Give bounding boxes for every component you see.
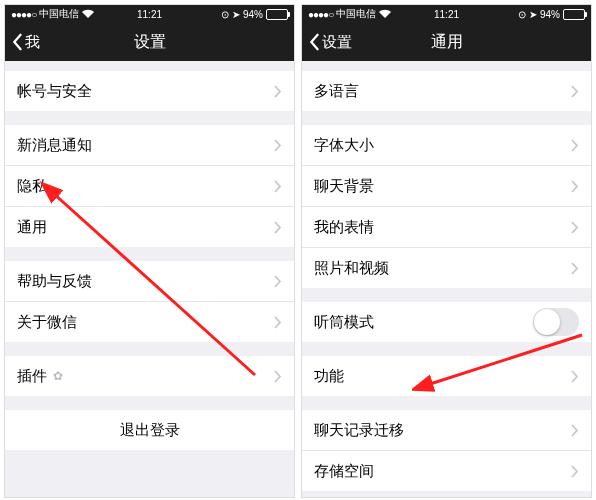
clock-label: 11:21 (434, 9, 459, 20)
cell-storage[interactable]: 存储空间 (302, 451, 591, 491)
chevron-right-icon (571, 180, 579, 193)
page-title: 通用 (431, 32, 463, 53)
chevron-right-icon (571, 139, 579, 152)
cell-font-size[interactable]: 字体大小 (302, 125, 591, 166)
cell-help-feedback[interactable]: 帮助与反馈 (5, 261, 294, 302)
cell-account-security[interactable]: 帐号与安全 (5, 71, 294, 111)
chevron-right-icon (571, 424, 579, 437)
cell-label: 存储空间 (314, 462, 374, 481)
cell-my-stickers[interactable]: 我的表情 (302, 207, 591, 248)
chevron-right-icon (274, 370, 282, 383)
clock-label: 11:21 (137, 9, 162, 20)
chevron-left-icon (308, 33, 320, 51)
cell-label: 隐私 (17, 177, 47, 196)
cell-privacy[interactable]: 隐私 (5, 166, 294, 207)
carrier-label: 中国电信 (39, 7, 79, 21)
general-screen: ●●●●○ 中国电信 11:21 ⊙ ➤ 94% 设置 通用 (301, 4, 592, 498)
status-bar: ●●●●○ 中国电信 11:21 ⊙ ➤ 94% (5, 5, 294, 23)
cell-label: 听筒模式 (314, 313, 374, 332)
back-button[interactable]: 设置 (302, 33, 352, 52)
alarm-icon: ⊙ (518, 9, 526, 20)
cell-label: 关于微信 (17, 313, 77, 332)
cell-label: 功能 (314, 367, 344, 386)
cell-chat-background[interactable]: 聊天背景 (302, 166, 591, 207)
logout-button[interactable]: 退出登录 (5, 410, 294, 450)
chevron-right-icon (571, 370, 579, 383)
status-bar: ●●●●○ 中国电信 11:21 ⊙ ➤ 94% (302, 5, 591, 23)
chevron-right-icon (274, 275, 282, 288)
cell-label: 聊天背景 (314, 177, 374, 196)
chevron-right-icon (571, 465, 579, 478)
nav-bar: 我 设置 (5, 23, 294, 61)
cell-features[interactable]: 功能 (302, 356, 591, 396)
cell-earpiece-mode[interactable]: 听筒模式 (302, 302, 591, 342)
battery-icon (266, 9, 288, 20)
cell-label: 聊天记录迁移 (314, 421, 404, 440)
wifi-icon (379, 9, 391, 20)
alarm-icon: ⊙ (221, 9, 229, 20)
chevron-right-icon (571, 85, 579, 98)
chevron-left-icon (11, 33, 23, 51)
back-label: 我 (25, 33, 40, 52)
signal-dots-icon: ●●●●○ (308, 9, 333, 20)
battery-icon (563, 9, 585, 20)
plugin-icon: ✿ (53, 369, 63, 383)
signal-dots-icon: ●●●●○ (11, 9, 36, 20)
back-label: 设置 (322, 33, 352, 52)
cell-about-wechat[interactable]: 关于微信 (5, 302, 294, 342)
chevron-right-icon (274, 180, 282, 193)
location-icon: ➤ (232, 9, 240, 20)
chevron-right-icon (274, 316, 282, 329)
page-title: 设置 (134, 32, 166, 53)
cell-label: 帮助与反馈 (17, 272, 92, 291)
cell-notifications[interactable]: 新消息通知 (5, 125, 294, 166)
cell-label: 帐号与安全 (17, 82, 92, 101)
cell-language[interactable]: 多语言 (302, 71, 591, 111)
battery-pct-label: 94% (540, 9, 560, 20)
chevron-right-icon (274, 85, 282, 98)
carrier-label: 中国电信 (336, 7, 376, 21)
logout-label: 退出登录 (120, 421, 180, 440)
cell-label: 字体大小 (314, 136, 374, 155)
cell-label: 新消息通知 (17, 136, 92, 155)
earpiece-toggle[interactable] (533, 308, 579, 336)
cell-label: 照片和视频 (314, 259, 389, 278)
chevron-right-icon (571, 262, 579, 275)
cell-label: 多语言 (314, 82, 359, 101)
wifi-icon (82, 9, 94, 20)
cell-general[interactable]: 通用 (5, 207, 294, 247)
back-button[interactable]: 我 (5, 33, 40, 52)
cell-photos-videos[interactable]: 照片和视频 (302, 248, 591, 288)
battery-pct-label: 94% (243, 9, 263, 20)
chevron-right-icon (571, 221, 579, 234)
nav-bar: 设置 通用 (302, 23, 591, 61)
chevron-right-icon (274, 139, 282, 152)
chevron-right-icon (274, 221, 282, 234)
settings-screen: ●●●●○ 中国电信 11:21 ⊙ ➤ 94% 我 设置 (4, 4, 295, 498)
cell-label: 通用 (17, 218, 47, 237)
cell-label: 我的表情 (314, 218, 374, 237)
location-icon: ➤ (529, 9, 537, 20)
cell-plugins[interactable]: 插件 ✿ (5, 356, 294, 396)
cell-label: 插件 (17, 367, 47, 386)
cell-chat-history-migration[interactable]: 聊天记录迁移 (302, 410, 591, 451)
